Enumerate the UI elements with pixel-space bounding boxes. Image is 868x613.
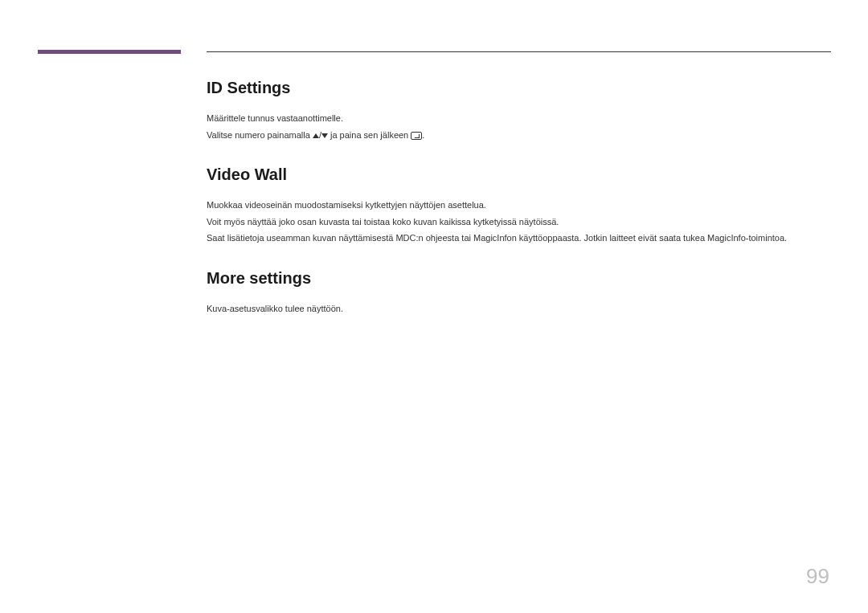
header-accent-bar (38, 50, 181, 54)
header-divider-line (207, 51, 831, 52)
video-wall-line2: Voit myös näyttää joko osan kuvasta tai … (207, 215, 831, 229)
section-more-settings: More settings Kuva-asetusvalikko tulee n… (207, 269, 831, 316)
id-settings-line2-part1: Valitse numero painamalla (207, 130, 313, 140)
id-settings-line2: Valitse numero painamalla / ja paina sen… (207, 129, 831, 142)
heading-video-wall: Video Wall (207, 166, 831, 184)
id-settings-line2-part2: ja paina sen jälkeen (328, 130, 411, 140)
page-number: 99 (806, 564, 829, 589)
id-settings-line2-end: . (422, 130, 424, 140)
enter-icon (411, 132, 422, 140)
section-video-wall: Video Wall Muokkaa videoseinän muodostam… (207, 166, 831, 245)
page-content: ID Settings Määrittele tunnus vastaanott… (207, 79, 831, 339)
video-wall-line1: Muokkaa videoseinän muodostamiseksi kytk… (207, 198, 831, 212)
heading-more-settings: More settings (207, 269, 831, 288)
section-id-settings: ID Settings Määrittele tunnus vastaanott… (207, 79, 831, 141)
heading-id-settings: ID Settings (207, 79, 831, 97)
video-wall-line3: Saat lisätietoja useamman kuvan näyttämi… (207, 231, 831, 245)
id-settings-line1: Määrittele tunnus vastaanottimelle. (207, 112, 831, 125)
arrow-down-icon (321, 133, 328, 138)
arrow-up-icon (313, 133, 319, 138)
more-settings-line1: Kuva-asetusvalikko tulee näyttöön. (207, 302, 831, 316)
